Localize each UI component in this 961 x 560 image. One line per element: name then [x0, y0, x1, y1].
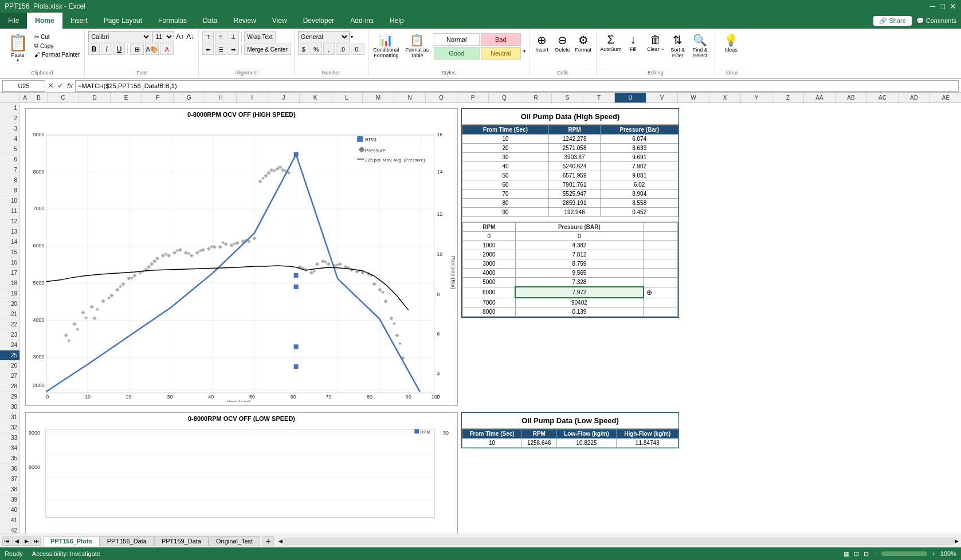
align-bottom-button[interactable]: ⊥	[227, 31, 239, 42]
insert-function-icon[interactable]: fx	[67, 81, 73, 90]
align-center-button[interactable]: ☰	[215, 44, 226, 55]
format-painter-button[interactable]: 🖌 Format Painter	[33, 51, 81, 58]
comma-button[interactable]: ,	[323, 44, 335, 55]
find-select-button[interactable]: 🔍 Find & Select	[689, 33, 711, 58]
increase-font-icon[interactable]: A↑	[175, 32, 185, 41]
format-cell-button[interactable]: ⚙ Format	[574, 33, 593, 53]
grid-content[interactable]: 0-8000RPM OCV OFF (HIGH SPEED) 9000 8000…	[20, 103, 961, 534]
table-row[interactable]: 802859.1918.558	[462, 199, 678, 208]
tab-insert[interactable]: Insert	[62, 13, 96, 29]
style-normal-button[interactable]: Normal	[434, 33, 480, 46]
tab-data[interactable]: Data	[195, 13, 225, 29]
table-row[interactable]: 303903.679.691	[462, 153, 678, 162]
table-row[interactable]: 10004.382	[463, 241, 678, 250]
page-break-icon[interactable]: ⊟	[864, 550, 869, 558]
minimize-icon[interactable]: ─	[930, 2, 936, 11]
comments-button[interactable]: 💬 Comments	[916, 17, 956, 25]
table-row[interactable]: 405240.6247.902	[462, 162, 678, 171]
align-top-button[interactable]: ⊤	[202, 31, 214, 42]
style-neutral-button[interactable]: Neutral	[481, 47, 521, 60]
page-layout-icon[interactable]: ⊡	[854, 550, 859, 558]
font-size-select[interactable]: 11	[152, 31, 174, 42]
sheet-nav-next[interactable]: ▶	[22, 537, 31, 546]
tab-home[interactable]: Home	[27, 13, 62, 29]
scroll-right-icon[interactable]: ▶	[955, 538, 959, 544]
table-row[interactable]: 202571.0588.639	[462, 144, 678, 153]
style-good-button[interactable]: Good	[434, 47, 480, 60]
fill-button[interactable]: ↓ Fill	[624, 33, 642, 52]
table-row[interactable]: 90192.9460.452	[462, 208, 678, 217]
zoom-out-icon[interactable]: −	[873, 550, 877, 557]
table-row[interactable]: 607901.7616.02	[462, 180, 678, 190]
tab-addins[interactable]: Add-ins	[342, 13, 382, 29]
currency-button[interactable]: $	[298, 44, 309, 55]
align-right-button[interactable]: ➡	[227, 44, 239, 55]
table-row[interactable]: 00	[463, 232, 678, 241]
tab-review[interactable]: Review	[225, 13, 264, 29]
paste-button[interactable]: 📋 Paste ▾	[3, 31, 32, 65]
tab-original-test[interactable]: Original_Test	[209, 536, 260, 546]
zoom-in-icon[interactable]: +	[932, 550, 935, 557]
tab-page-layout[interactable]: Page Layout	[96, 13, 150, 29]
maximize-icon[interactable]: □	[940, 2, 945, 11]
ideas-button[interactable]: 💡 Ideas	[719, 33, 744, 53]
close-icon[interactable]: ✕	[950, 2, 956, 11]
zoom-slider[interactable]	[881, 551, 927, 556]
conditional-formatting-button[interactable]: 📊 Conditional Formatting	[372, 33, 401, 58]
insert-cell-button[interactable]: ⊕ Insert	[533, 33, 551, 53]
horizontal-scrollbar[interactable]	[284, 538, 954, 545]
font-name-select[interactable]: Calibri	[88, 31, 151, 42]
decrease-font-icon[interactable]: A↓	[186, 32, 195, 41]
tab-view[interactable]: View	[264, 13, 295, 29]
tab-file[interactable]: File	[0, 13, 27, 29]
delete-cell-button[interactable]: ⊖ Delete	[554, 33, 572, 53]
table-row[interactable]: 705525.9478.904	[462, 190, 678, 199]
cut-button[interactable]: ✂ Cut	[33, 33, 81, 41]
styles-dropdown-icon[interactable]: ▾	[523, 49, 525, 54]
table-row[interactable]: 101258.64610.822511.84743	[462, 439, 678, 448]
table-row[interactable]: 20007.812	[463, 250, 678, 259]
style-bad-button[interactable]: Bad	[481, 33, 521, 46]
sheet-nav-last[interactable]: ⏭	[32, 537, 41, 546]
percent-button[interactable]: %	[311, 44, 322, 55]
merge-center-button[interactable]: Merge & Center	[244, 44, 291, 55]
confirm-formula-icon[interactable]: ✓	[57, 81, 64, 90]
name-box[interactable]	[2, 80, 45, 92]
table-row[interactable]: 50007.328	[463, 278, 678, 287]
share-button[interactable]: 🔗 Share	[873, 16, 911, 26]
sheet-nav-prev[interactable]: ◀	[12, 537, 21, 546]
autosum-button[interactable]: Σ AutoSum	[600, 33, 622, 52]
table-row[interactable]: 60007.972⊕	[463, 287, 678, 298]
normal-view-icon[interactable]: ▦	[844, 550, 849, 558]
bold-button[interactable]: B	[88, 44, 100, 55]
underline-button[interactable]: U	[113, 44, 125, 55]
add-sheet-button[interactable]: +	[262, 536, 274, 546]
number-format-select[interactable]: General	[298, 31, 350, 42]
tab-developer[interactable]: Developer	[295, 13, 343, 29]
align-left-button[interactable]: ⬅	[202, 44, 214, 55]
decrease-decimal-button[interactable]: 0.	[351, 44, 364, 55]
table-row[interactable]: 30008.759	[463, 259, 678, 269]
increase-decimal-button[interactable]: .0	[336, 44, 350, 55]
format-as-table-button[interactable]: 📋 Format as Table	[403, 33, 432, 58]
border-button[interactable]: ⊞	[130, 44, 144, 55]
sort-filter-button[interactable]: ⇅ Sort & Filter	[669, 33, 687, 58]
scroll-left-icon[interactable]: ◀	[279, 538, 283, 544]
formula-input[interactable]	[75, 80, 959, 92]
sheet-nav-first[interactable]: ⏮	[2, 537, 11, 546]
table-row[interactable]: 101242.2786.074	[462, 135, 678, 144]
tab-ppt156-plots[interactable]: PPT156_Plots	[43, 536, 100, 546]
tab-formulas[interactable]: Formulas	[150, 13, 195, 29]
copy-button[interactable]: ⧉ Copy	[33, 42, 81, 50]
table-row[interactable]: 700090402	[463, 298, 678, 307]
table-row[interactable]: 40009.565	[463, 269, 678, 278]
wrap-text-button[interactable]: Wrap Text	[244, 31, 276, 42]
cancel-formula-icon[interactable]: ✕	[48, 81, 54, 90]
table-row[interactable]: 506571.9599.081	[462, 171, 678, 180]
tab-ppt159-data[interactable]: PPT159_Data	[154, 536, 209, 546]
clear-button[interactable]: 🗑 Clear ~	[645, 33, 666, 52]
tab-help[interactable]: Help	[382, 13, 412, 29]
table-row[interactable]: 80000.139	[463, 307, 678, 317]
align-middle-button[interactable]: ≡	[215, 31, 226, 42]
font-color-button[interactable]: A	[160, 44, 174, 55]
